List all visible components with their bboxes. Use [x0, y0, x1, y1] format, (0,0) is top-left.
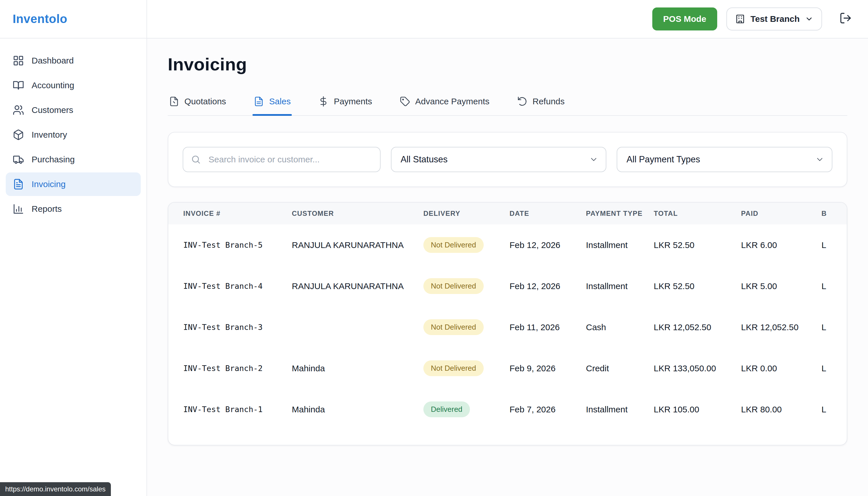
sidebar-item-label: Purchasing — [32, 155, 75, 165]
status-filter-select[interactable]: All Statuses — [391, 147, 607, 172]
customer-name: RANJULA KARUNARATHNA — [292, 265, 423, 307]
building-icon — [735, 14, 745, 24]
branch-label: Test Branch — [751, 14, 800, 24]
tab-sales[interactable]: Sales — [253, 89, 292, 115]
status-url-tooltip: https://demo.inventolo.com/sales — [0, 482, 111, 496]
truck-icon — [13, 154, 24, 165]
payment-type: Cash — [586, 307, 654, 348]
page-title: Invoicing — [168, 54, 847, 74]
invoice-balance-clipped: L — [821, 307, 847, 348]
book-icon — [13, 80, 24, 91]
customer-name: Mahinda — [292, 389, 423, 430]
payment-type-filter-select[interactable]: All Payment Types — [617, 147, 832, 172]
invoice-total: LKR 105.00 — [654, 389, 741, 430]
table-row[interactable]: INV-Test Branch-2 Mahinda Not Delivered … — [168, 348, 847, 389]
pos-mode-button[interactable]: POS Mode — [652, 7, 717, 30]
sidebar-item-label: Inventory — [32, 130, 67, 140]
sidebar-item-label: Accounting — [32, 80, 74, 90]
tab-refunds[interactable]: Refunds — [516, 89, 566, 115]
branch-selector[interactable]: Test Branch — [726, 7, 822, 30]
customer-name: RANJULA KARUNARATHNA — [292, 224, 423, 265]
table-row[interactable]: INV-Test Branch-5 RANJULA KARUNARATHNA N… — [168, 224, 847, 265]
invoice-number: INV-Test Branch-2 — [168, 348, 292, 389]
quotation-icon — [169, 96, 179, 107]
delivery-cell: Not Delivered — [423, 307, 510, 348]
sidebar-item-label: Customers — [32, 105, 73, 115]
column-header-paid: PAID — [741, 203, 821, 224]
sidebar-item-reports[interactable]: Reports — [6, 197, 141, 221]
delivery-cell: Not Delivered — [423, 224, 510, 265]
invoice-paid: LKR 6.00 — [741, 224, 821, 265]
customer-name — [292, 307, 423, 348]
invoice-number: INV-Test Branch-3 — [168, 307, 292, 348]
content-area: Invoicing Quotations Sales — [147, 38, 868, 496]
delivery-status-badge: Not Delivered — [423, 278, 484, 294]
logo-area: Inventolo — [0, 0, 146, 38]
column-header-invoice: INVOICE # — [168, 203, 292, 224]
logout-button[interactable] — [839, 12, 852, 27]
invoice-paid: LKR 80.00 — [741, 389, 821, 430]
sidebar-item-purchasing[interactable]: Purchasing — [6, 148, 141, 171]
logout-icon — [839, 12, 852, 27]
sidebar-item-label: Dashboard — [32, 56, 74, 65]
invoice-total: LKR 12,052.50 — [654, 307, 741, 348]
tab-quotations[interactable]: Quotations — [168, 89, 227, 115]
delivery-cell: Delivered — [423, 389, 510, 430]
search-icon — [191, 154, 201, 165]
invoice-number: INV-Test Branch-4 — [168, 265, 292, 307]
invoice-date: Feb 9, 2026 — [510, 348, 586, 389]
delivery-cell: Not Delivered — [423, 348, 510, 389]
sidebar-item-accounting[interactable]: Accounting — [6, 74, 141, 97]
sidebar: Inventolo Dashboard Accounting Customers — [0, 0, 147, 496]
search-input[interactable] — [183, 147, 381, 172]
tab-bar: Quotations Sales Payments — [168, 89, 847, 116]
sidebar-item-label: Invoicing — [32, 179, 65, 189]
tab-label: Advance Payments — [415, 96, 489, 106]
chevron-down-icon — [815, 155, 824, 164]
app-logo[interactable]: Inventolo — [13, 12, 67, 26]
chevron-down-icon — [805, 15, 814, 23]
table-row[interactable]: INV-Test Branch-1 Mahinda Delivered Feb … — [168, 389, 847, 430]
tab-payments[interactable]: Payments — [317, 89, 373, 115]
invoice-icon — [13, 179, 24, 190]
invoice-balance-clipped: L — [821, 224, 847, 265]
invoice-date: Feb 11, 2026 — [510, 307, 586, 348]
invoice-date: Feb 12, 2026 — [510, 224, 586, 265]
sidebar-item-inventory[interactable]: Inventory — [6, 123, 141, 146]
delivery-status-badge: Not Delivered — [423, 360, 484, 376]
invoice-balance-clipped: L — [821, 389, 847, 430]
customer-name: Mahinda — [292, 348, 423, 389]
payment-type-filter-value: All Payment Types — [626, 154, 700, 165]
payment-type: Credit — [586, 348, 654, 389]
status-filter-value: All Statuses — [401, 154, 448, 165]
tab-label: Payments — [334, 96, 372, 106]
table-row[interactable]: INV-Test Branch-3 Not Delivered Feb 11, … — [168, 307, 847, 348]
column-header-delivery: DELIVERY — [423, 203, 510, 224]
sidebar-item-dashboard[interactable]: Dashboard — [6, 49, 141, 73]
refunds-icon — [517, 96, 527, 107]
column-header-customer: CUSTOMER — [292, 203, 423, 224]
tab-advance-payments[interactable]: Advance Payments — [399, 89, 491, 115]
invoice-total: LKR 52.50 — [654, 224, 741, 265]
invoice-number: INV-Test Branch-5 — [168, 224, 292, 265]
payment-type: Installment — [586, 389, 654, 430]
invoice-paid: LKR 5.00 — [741, 265, 821, 307]
tab-label: Quotations — [184, 96, 226, 106]
tab-label: Sales — [269, 96, 291, 106]
sidebar-item-invoicing[interactable]: Invoicing — [6, 172, 141, 196]
box-icon — [13, 129, 24, 141]
invoice-table: INVOICE # CUSTOMER DELIVERY DATE PAYMENT… — [168, 203, 847, 430]
delivery-status-badge: Not Delivered — [423, 237, 484, 253]
users-icon — [13, 104, 24, 116]
invoice-balance-clipped: L — [821, 265, 847, 307]
table-row[interactable]: INV-Test Branch-4 RANJULA KARUNARATHNA N… — [168, 265, 847, 307]
invoice-number: INV-Test Branch-1 — [168, 389, 292, 430]
invoice-paid: LKR 0.00 — [741, 348, 821, 389]
topbar: POS Mode Test Branch — [147, 0, 868, 38]
app-root: Inventolo Dashboard Accounting Customers — [0, 0, 868, 496]
column-header-total: TOTAL — [654, 203, 741, 224]
payments-icon — [318, 96, 328, 107]
sidebar-item-customers[interactable]: Customers — [6, 98, 141, 122]
table-header-row: INVOICE # CUSTOMER DELIVERY DATE PAYMENT… — [168, 203, 847, 224]
invoice-total: LKR 133,050.00 — [654, 348, 741, 389]
